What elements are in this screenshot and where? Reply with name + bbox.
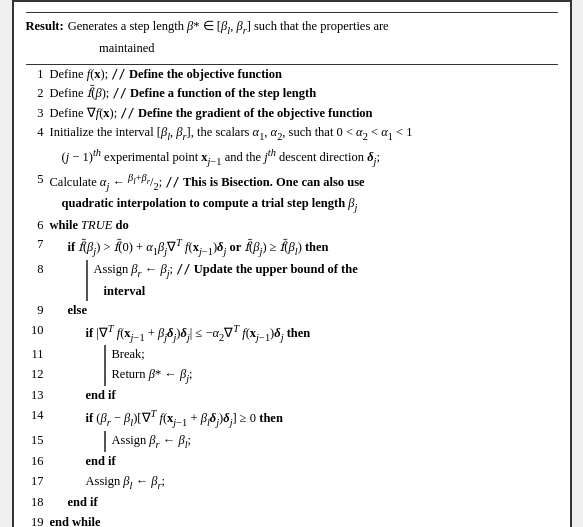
line-content-5: Calculate αj ← βl+βr/2; // This is Bisec… <box>50 170 558 216</box>
line-num-19: 19 <box>26 513 44 527</box>
line-5: 5 Calculate αj ← βl+βr/2; // This is Bis… <box>26 170 558 216</box>
result-label: Result: <box>26 17 64 58</box>
top-divider <box>26 12 558 13</box>
result-section: Result: Generates a step length β* ∈ [βl… <box>26 17 558 58</box>
line-15: 15 Assign βr ← βl; <box>26 431 558 453</box>
line-content-16: end if <box>86 452 558 471</box>
result-text: Generates a step length β* ∈ [βl, βr] su… <box>68 17 558 58</box>
line-num-3: 3 <box>26 104 44 123</box>
line-num-10: 10 <box>26 321 44 340</box>
line-content-18: end if <box>68 493 558 512</box>
line-12: 12 Return β* ← βj; <box>26 365 558 387</box>
line-13: 13 end if <box>26 386 558 405</box>
line-4: 4 Initialize the interval [βl, βr], the … <box>26 123 558 169</box>
line-content-13: end if <box>86 386 558 405</box>
line-num-4: 4 <box>26 123 44 142</box>
line-8: 8 Assign βr ← βj; // Update the upper bo… <box>26 260 558 301</box>
line-1: 1 Define f(x); // Define the objective f… <box>26 65 558 84</box>
line-num-17: 17 <box>26 472 44 491</box>
line-num-8: 8 <box>26 260 44 279</box>
line-num-5: 5 <box>26 170 44 189</box>
line-num-16: 16 <box>26 452 44 471</box>
line-content-4: Initialize the interval [βl, βr], the sc… <box>50 123 558 169</box>
line-num-2: 2 <box>26 84 44 103</box>
line-14: 14 if (βr − βl)[∇T f(xj−1 + βlδj)δj] ≥ 0… <box>26 406 558 431</box>
line-content-17: Assign βl ← βr; <box>86 472 558 494</box>
line-content-10: if |∇T f(xj−1 + βjδj)δj| ≤ −α2∇T f(xj−1)… <box>86 321 558 346</box>
line-num-12: 12 <box>26 365 44 384</box>
line-content-11: Break; <box>104 345 558 364</box>
line-content-6: while TRUE do <box>50 216 558 235</box>
line-3: 3 Define ∇f(x); // Define the gradient o… <box>26 104 558 123</box>
line-content-2: Define f̃(β); // Define a function of th… <box>50 84 558 103</box>
line-10: 10 if |∇T f(xj−1 + βjδj)δj| ≤ −α2∇T f(xj… <box>26 321 558 346</box>
line-content-3: Define ∇f(x); // Define the gradient of … <box>50 104 558 123</box>
line-6: 6 while TRUE do <box>26 216 558 235</box>
line-num-13: 13 <box>26 386 44 405</box>
line-content-15: Assign βr ← βl; <box>104 431 558 453</box>
line-content-7: if f̃(βj) > f̃(0) + α1βj∇T f(xj−1)δj or … <box>68 235 558 260</box>
algorithm-container: Result: Generates a step length β* ∈ [βl… <box>12 0 572 527</box>
line-num-7: 7 <box>26 235 44 254</box>
line-num-18: 18 <box>26 493 44 512</box>
line-content-19: end while <box>50 513 558 527</box>
line-17: 17 Assign βl ← βr; <box>26 472 558 494</box>
line-18: 18 end if <box>26 493 558 512</box>
line-content-8: Assign βr ← βj; // Update the upper boun… <box>86 260 558 301</box>
line-num-9: 9 <box>26 301 44 320</box>
line-9: 9 else <box>26 301 558 320</box>
line-19: 19 end while <box>26 513 558 527</box>
line-content-1: Define f(x); // Define the objective fun… <box>50 65 558 84</box>
line-2: 2 Define f̃(β); // Define a function of … <box>26 84 558 103</box>
line-num-1: 1 <box>26 65 44 84</box>
line-16: 16 end if <box>26 452 558 471</box>
line-num-11: 11 <box>26 345 44 364</box>
line-num-15: 15 <box>26 431 44 450</box>
line-content-9: else <box>68 301 558 320</box>
line-content-12: Return β* ← βj; <box>104 365 558 387</box>
line-num-14: 14 <box>26 406 44 425</box>
line-7: 7 if f̃(βj) > f̃(0) + α1βj∇T f(xj−1)δj o… <box>26 235 558 260</box>
line-11: 11 Break; <box>26 345 558 364</box>
line-num-6: 6 <box>26 216 44 235</box>
line-content-14: if (βr − βl)[∇T f(xj−1 + βlδj)δj] ≥ 0 th… <box>86 406 558 431</box>
